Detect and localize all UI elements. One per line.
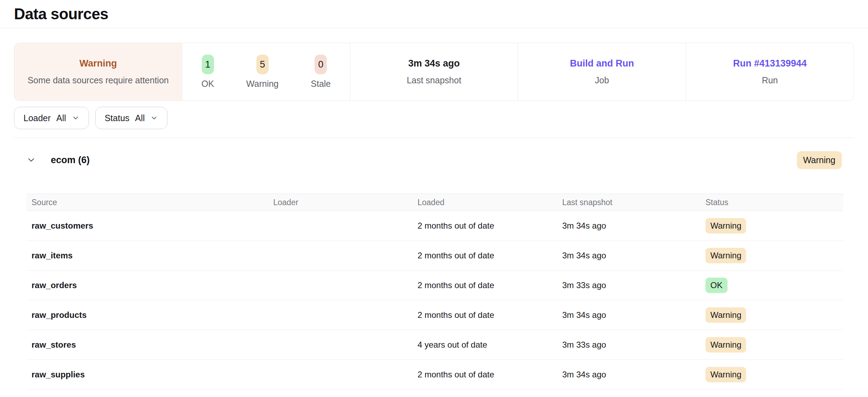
chevron-down-icon [26, 155, 36, 165]
status-cell: Warning [700, 218, 843, 234]
table-row: raw_stores4 years out of date3m 33s agoW… [26, 330, 843, 360]
table-row: raw_customers2 months out of date3m 34s … [26, 211, 843, 241]
status-filter-label: Status [105, 113, 130, 123]
loaded-cell: 2 months out of date [412, 280, 557, 290]
source-table-body: raw_customers2 months out of date3m 34s … [26, 211, 843, 390]
section-divider [14, 138, 854, 138]
last-snapshot-card: 3m 34s ago Last snapshot [350, 43, 518, 100]
column-header-status: Status [700, 198, 843, 207]
loaded-cell: 2 months out of date [412, 310, 557, 320]
status-cell: OK [700, 278, 843, 293]
status-counts-card: 1 OK 5 Warning 0 Stale [182, 43, 350, 100]
chevron-down-icon [72, 114, 80, 122]
source-cell: raw_supplies [26, 370, 268, 379]
job-label: Job [595, 75, 609, 85]
loaded-cell: 2 months out of date [412, 370, 557, 379]
count-ok: 1 OK [201, 55, 214, 89]
status-badge: Warning [705, 248, 746, 263]
source-table-header: Source Loader Loaded Last snapshot Statu… [26, 194, 843, 211]
count-label: Warning [246, 79, 278, 89]
run-card: Run #413139944 Run [686, 43, 854, 100]
column-header-loader: Loader [268, 198, 412, 207]
last-snapshot-cell: 3m 34s ago [557, 221, 700, 231]
status-badge: OK [705, 278, 728, 293]
count-label: Stale [311, 79, 331, 89]
count-pill: 0 [315, 55, 327, 74]
last-snapshot-cell: 3m 33s ago [557, 280, 700, 290]
count-label: OK [201, 79, 214, 89]
status-badge: Warning [705, 337, 746, 353]
status-filter-value: All [135, 113, 145, 123]
overall-status-card: Warning Some data sources require attent… [14, 43, 182, 100]
run-link[interactable]: Run #413139944 [733, 58, 807, 69]
source-cell: raw_customers [26, 221, 268, 231]
table-row: raw_products2 months out of date3m 34s a… [26, 300, 843, 330]
table-row: raw_items2 months out of date3m 34s agoW… [26, 241, 843, 271]
status-badge: Warning [705, 307, 746, 323]
count-pill: 1 [202, 55, 214, 74]
status-cell: Warning [700, 307, 843, 323]
source-cell: raw_stores [26, 340, 268, 350]
loaded-cell: 2 months out of date [412, 251, 557, 260]
source-cell: raw_products [26, 310, 268, 320]
status-cell: Warning [700, 248, 843, 263]
loaded-cell: 4 years out of date [412, 340, 557, 350]
group-status-badge: Warning [797, 151, 842, 169]
column-header-loaded: Loaded [412, 198, 557, 207]
last-snapshot-cell: 3m 33s ago [557, 340, 700, 350]
count-stale: 0 Stale [311, 55, 331, 89]
column-header-source: Source [26, 198, 268, 207]
group-title: ecom (6) [51, 155, 90, 166]
job-link[interactable]: Build and Run [570, 58, 634, 69]
status-filter-dropdown[interactable]: Status All [95, 107, 168, 129]
status-counts: 1 OK 5 Warning 0 Stale [201, 55, 331, 89]
count-pill: 5 [256, 55, 269, 74]
summary-cards: Warning Some data sources require attent… [14, 43, 854, 101]
last-snapshot-cell: 3m 34s ago [557, 310, 700, 320]
last-snapshot-label: Last snapshot [407, 75, 461, 85]
page-title: Data sources [14, 5, 108, 23]
table-row: raw_orders2 months out of date3m 33s ago… [26, 271, 843, 300]
page-header: Data sources [0, 0, 868, 28]
source-cell: raw_items [26, 251, 268, 260]
column-header-last-snapshot: Last snapshot [557, 198, 700, 207]
run-label: Run [762, 75, 778, 85]
job-card: Build and Run Job [518, 43, 686, 100]
status-badge: Warning [705, 367, 746, 382]
loaded-cell: 2 months out of date [412, 221, 557, 231]
source-cell: raw_orders [26, 280, 268, 290]
group-header-ecom[interactable]: ecom (6) Warning [26, 148, 842, 172]
status-cell: Warning [700, 337, 843, 353]
status-cell: Warning [700, 367, 843, 382]
chevron-down-icon [150, 114, 158, 122]
last-snapshot-cell: 3m 34s ago [557, 251, 700, 260]
loader-filter-label: Loader [23, 113, 51, 123]
overall-status-value: Warning [80, 58, 117, 69]
overall-status-label: Some data sources require attention [28, 75, 169, 85]
table-row: raw_supplies2 months out of date3m 34s a… [26, 360, 843, 390]
count-warning: 5 Warning [246, 55, 278, 89]
status-badge: Warning [705, 218, 746, 234]
filter-bar: Loader All Status All [14, 107, 854, 129]
last-snapshot-cell: 3m 34s ago [557, 370, 700, 379]
last-snapshot-value: 3m 34s ago [408, 58, 460, 69]
loader-filter-dropdown[interactable]: Loader All [14, 107, 89, 129]
loader-filter-value: All [56, 113, 66, 123]
source-table: Source Loader Loaded Last snapshot Statu… [26, 194, 843, 390]
